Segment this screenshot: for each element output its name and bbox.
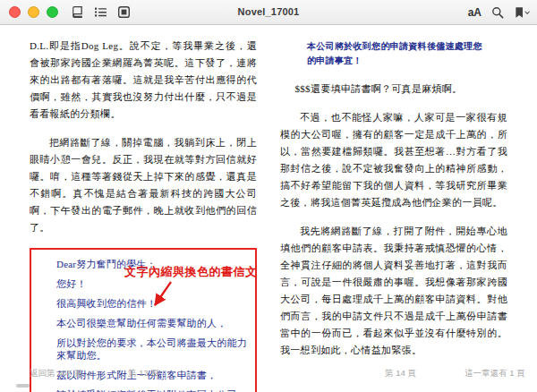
paragraph: $$$還要填申請書啊？可真是麻煩啊。 (280, 81, 507, 98)
letter-continuation: 本公司將於收到您的申請資料後儘速處理您的申請事宜！ (307, 39, 490, 68)
ebook-reader-window: Novel_17001 aA D.L.即是指Dog Leg。說不定，等我畢業之後… (0, 0, 537, 392)
letter-line: 本公司很樂意幫助任何需要幫助的人， (56, 317, 250, 329)
window-title: Novel_17001 (238, 6, 300, 17)
zoom-window-button[interactable] (47, 6, 58, 18)
paragraph: D.L.即是指Dog Leg。說不定，等我畢業之後，還會被那家跨國企業網羅為菁英… (30, 38, 257, 123)
paragraph: 把網路斷了線，關掉電腦，我躺到床上，閉上眼睛小憩一會兒。反正，我現在就等對方回信… (30, 134, 257, 236)
left-page-number: 第 13 頁 (128, 368, 159, 379)
paragraph: 不過，也不能怪人家嘛，人家可是一家很有規模的大公司喔，擁有的顧客一定是成千上萬的… (280, 109, 507, 211)
close-window-button[interactable] (9, 6, 21, 18)
letter-line: 所以對於您的要求，本公司將盡最大的能力來幫助您。 (56, 337, 250, 362)
bookmark-icon[interactable] (514, 4, 530, 21)
right-page-number: 第 14 頁 (385, 368, 416, 379)
chevron-down-icon (525, 12, 529, 13)
toolbar: Novel_17001 aA (0, 0, 537, 25)
minimize-window-button[interactable] (28, 6, 39, 18)
chapter-pages-remaining: 這一章還有 1 頁 (465, 368, 525, 379)
annotation-label: 文字內縮與換色的書信文 (124, 264, 258, 280)
annotation-arrow-icon (149, 280, 176, 311)
paragraph: 我先將網路斷了線，打開了附件，開始專心地填他們的顧客申請表。我秉持著戒慎恐懼的心… (280, 223, 507, 359)
left-page: D.L.即是指Dog Leg。說不定，等我畢業之後，還會被那家跨國企業網羅為菁英… (0, 25, 268, 392)
right-page: 本公司將於收到您的申請資料後儘速處理您的申請事宜！ $$$還要填申請書啊？可真是… (268, 25, 537, 392)
notes-icon[interactable] (115, 4, 132, 21)
window-controls (9, 6, 58, 18)
table-of-contents-icon[interactable] (92, 4, 108, 21)
back-to-page-link[interactable]: 返回第 357 頁 (30, 368, 82, 379)
search-icon[interactable] (490, 4, 506, 21)
letter-line: 請於填妥詳細資料後再以附件寄回本公司。 (56, 388, 250, 392)
book-spread: D.L.即是指Dog Leg。說不定，等我畢業之後，還會被那家跨國企業網羅為菁英… (0, 25, 537, 392)
library-book-icon[interactable] (69, 4, 85, 21)
scroll-indicator[interactable] (16, 384, 30, 388)
font-size-button[interactable]: aA (468, 6, 482, 19)
